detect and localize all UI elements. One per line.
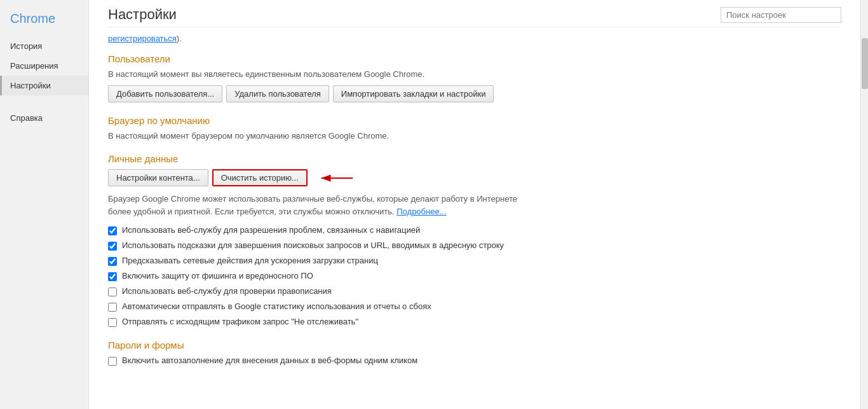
header-bar: Настройки xyxy=(108,0,841,27)
passwords-section: Пароли и формы Включить автозаполнение д… xyxy=(108,340,841,366)
checkbox-spellcheck-label: Использовать веб-службу для проверки пра… xyxy=(122,286,332,296)
sidebar-item-settings[interactable]: Настройки xyxy=(0,76,88,95)
checkbox-phishing-input[interactable] xyxy=(108,272,117,281)
checkbox-usage-stats: Автоматически отправлять в Google статис… xyxy=(108,302,841,312)
default-browser-section: Браузер по умолчанию В настоящий момент … xyxy=(108,115,841,141)
passwords-title: Пароли и формы xyxy=(108,340,841,350)
main-content: Настройки регистрироваться). Пользовател… xyxy=(89,0,860,409)
services-text: Браузер Google Chrome может использовать… xyxy=(108,193,841,218)
import-button[interactable]: Импортировать закладки и настройки xyxy=(333,85,494,102)
sidebar-item-extensions[interactable]: Расширения xyxy=(0,56,88,76)
checkbox-nav-service-label: Использовать веб-службу для разрешения п… xyxy=(122,225,420,235)
checkbox-do-not-track-label: Отправлять с исходящим трафиком запрос "… xyxy=(122,317,358,326)
checkbox-autocomplete-input[interactable] xyxy=(108,242,117,251)
scrollbar-thumb[interactable] xyxy=(862,38,868,89)
scrollbar-track[interactable] xyxy=(860,0,868,409)
content-settings-button[interactable]: Настройки контента... xyxy=(108,169,208,186)
sidebar-item-history[interactable]: История xyxy=(0,36,88,56)
checkbox-autofill-input[interactable] xyxy=(108,357,117,366)
add-user-button[interactable]: Добавить пользователя... xyxy=(108,85,222,102)
users-description: В настоящий момент вы являетесь единстве… xyxy=(108,69,841,79)
arrow-icon xyxy=(316,170,355,186)
checkbox-nav-service: Использовать веб-службу для разрешения п… xyxy=(108,225,841,235)
checkbox-autocomplete-label: Использовать подсказки для завершения по… xyxy=(122,240,504,250)
checkbox-predict-network: Предсказывать сетевые действия для ускор… xyxy=(108,256,841,266)
register-link[interactable]: регистрироваться xyxy=(108,34,177,43)
app-title: Chrome xyxy=(0,6,88,36)
sidebar: Chrome История Расширения Настройки Спра… xyxy=(0,0,89,409)
checkbox-phishing-label: Включить защиту от фишинга и вредоносног… xyxy=(122,271,313,281)
page-title: Настройки xyxy=(108,6,177,23)
clear-history-button[interactable]: Очистить историю... xyxy=(212,169,308,186)
register-line: регистрироваться). xyxy=(108,34,841,43)
checkbox-predict-network-input[interactable] xyxy=(108,257,117,266)
default-browser-title: Браузер по умолчанию xyxy=(108,115,841,126)
checkbox-usage-stats-input[interactable] xyxy=(108,303,117,312)
sidebar-item-help[interactable]: Справка xyxy=(0,108,88,128)
checkbox-autocomplete: Использовать подсказки для завершения по… xyxy=(108,240,841,251)
personal-data-section: Личные данные Настройки контента... Очис… xyxy=(108,153,841,327)
services-text-line1: Браузер Google Chrome может использовать… xyxy=(108,194,517,204)
register-suffix: ). xyxy=(177,34,182,43)
checkbox-do-not-track: Отправлять с исходящим трафиком запрос "… xyxy=(108,317,841,327)
remove-user-button[interactable]: Удалить пользователя xyxy=(226,85,329,102)
services-text-line2: более удобной и приятной. Если требуется… xyxy=(108,207,395,216)
personal-data-title: Личные данные xyxy=(108,153,841,164)
services-more-link[interactable]: Подробнее... xyxy=(397,207,446,216)
checkbox-do-not-track-input[interactable] xyxy=(108,318,117,327)
checkbox-usage-stats-label: Автоматически отправлять в Google статис… xyxy=(122,302,431,311)
users-section: Пользователи В настоящий момент вы являе… xyxy=(108,53,841,102)
checkbox-autofill-label: Включить автозаполнение для внесения дан… xyxy=(122,356,417,365)
default-browser-description: В настоящий момент браузером по умолчани… xyxy=(108,131,841,141)
checkbox-spellcheck: Использовать веб-службу для проверки пра… xyxy=(108,286,841,296)
checkbox-predict-network-label: Предсказывать сетевые действия для ускор… xyxy=(122,256,378,265)
checkbox-nav-service-input[interactable] xyxy=(108,226,117,235)
checkbox-phishing: Включить защиту от фишинга и вредоносног… xyxy=(108,271,841,281)
search-input[interactable] xyxy=(721,7,841,23)
users-section-title: Пользователи xyxy=(108,53,841,64)
users-buttons: Добавить пользователя... Удалить пользов… xyxy=(108,85,841,102)
personal-data-buttons: Настройки контента... Очистить историю..… xyxy=(108,169,841,186)
checkbox-autofill: Включить автозаполнение для внесения дан… xyxy=(108,356,841,366)
checkbox-spellcheck-input[interactable] xyxy=(108,288,117,296)
arrow-annotation xyxy=(316,170,355,186)
